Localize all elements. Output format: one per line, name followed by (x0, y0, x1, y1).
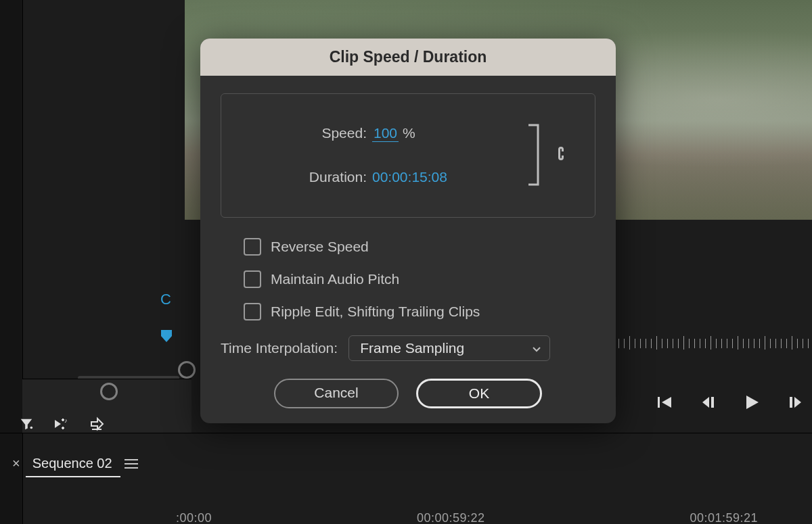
timeline-ruler-fragment: // ticks will be injected after JSON loa… (602, 332, 812, 352)
ok-button[interactable]: OK (416, 379, 542, 408)
left-panel-gutter (0, 0, 23, 524)
svg-point-0 (30, 427, 33, 429)
step-forward-icon[interactable] (786, 394, 804, 410)
sequence-tab-label: Sequence 02 (32, 456, 112, 471)
filter-icon[interactable] (19, 416, 34, 431)
time-interpolation-dropdown[interactable]: Frame Sampling (348, 335, 550, 361)
duration-row: Duration: 00:00:15:08 (248, 169, 499, 185)
time-interpolation-value: Frame Sampling (360, 340, 464, 356)
svg-rect-6 (125, 463, 138, 465)
duration-label: Duration: (248, 169, 372, 185)
app-root: C // ticks will be injected after JSON l… (0, 0, 812, 524)
transport-controls (655, 394, 804, 411)
timeline-timecodes: :00:00 00:00:59:22 00:01:59:21 (176, 511, 812, 524)
svg-rect-7 (125, 467, 138, 469)
playhead-marker[interactable] (160, 329, 173, 341)
speed-duration-group: Speed: 100 % Duration: 00:00:15:08 (221, 93, 595, 218)
time-interpolation-label: Time Interpolation: (221, 340, 338, 356)
overwrite-clip-icon[interactable] (89, 416, 106, 431)
svg-rect-2 (658, 397, 660, 408)
source-toolbar: ♪ (19, 416, 106, 431)
clip-speed-duration-dialog: Clip Speed / Duration Speed: 100 % Durat… (200, 39, 616, 423)
maintain-pitch-checkbox[interactable]: Maintain Audio Pitch (244, 270, 595, 288)
step-back-icon[interactable] (700, 394, 717, 410)
cancel-button[interactable]: Cancel (274, 379, 399, 408)
play-icon[interactable] (743, 394, 761, 411)
time-interpolation-row: Time Interpolation: Frame Sampling (221, 335, 595, 361)
playhead-handle[interactable] (178, 361, 196, 379)
duration-input[interactable]: 00:00:15:08 (372, 169, 447, 185)
close-icon[interactable]: × (12, 456, 20, 471)
link-bracket (526, 121, 545, 189)
panel-divider[interactable] (0, 433, 812, 433)
truncated-label: C (160, 291, 171, 308)
speed-row: Speed: 100 % (248, 125, 499, 142)
checkbox-icon (244, 238, 261, 256)
checkbox-icon (244, 303, 261, 320)
svg-text:♪: ♪ (64, 417, 68, 424)
svg-rect-5 (125, 459, 138, 460)
timecode-0: :00:00 (176, 511, 212, 524)
chevron-down-icon (532, 340, 541, 356)
maintain-pitch-label: Maintain Audio Pitch (271, 271, 399, 287)
zoom-handle[interactable] (100, 383, 118, 400)
panel-menu-icon[interactable] (125, 458, 138, 469)
speed-unit: % (403, 125, 415, 141)
sequence-tab[interactable]: × Sequence 02 (12, 456, 138, 471)
dialog-title: Clip Speed / Duration (200, 39, 616, 76)
reverse-speed-label: Reverse Speed (271, 239, 369, 255)
insert-clip-icon[interactable]: ♪ (53, 416, 70, 431)
reverse-speed-checkbox[interactable]: Reverse Speed (244, 238, 595, 256)
checkbox-icon (244, 270, 261, 288)
speed-input[interactable]: 100 (372, 125, 399, 142)
active-tab-indicator (26, 476, 120, 477)
ripple-edit-label: Ripple Edit, Shifting Trailing Clips (271, 304, 480, 320)
go-to-previous-icon[interactable] (655, 394, 674, 410)
timecode-2: 00:01:59:21 (690, 511, 758, 524)
link-icon[interactable] (554, 143, 568, 166)
svg-rect-3 (711, 397, 714, 408)
ripple-edit-checkbox[interactable]: Ripple Edit, Shifting Trailing Clips (244, 303, 595, 320)
speed-label: Speed: (248, 125, 372, 141)
svg-rect-4 (790, 397, 792, 408)
timecode-1: 00:00:59:22 (417, 511, 485, 524)
